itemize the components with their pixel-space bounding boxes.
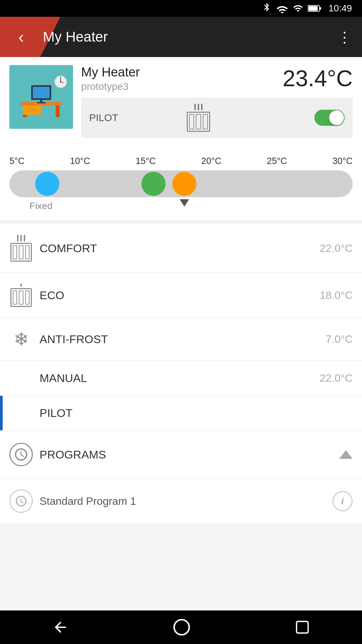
slider-dot-green[interactable] (141, 172, 166, 196)
svg-rect-11 (37, 102, 46, 103)
wifi-icon (276, 4, 288, 13)
device-header: My Heater prototype3 23.4°C PILOT (9, 65, 353, 138)
svg-rect-1 (319, 7, 321, 10)
anti-frost-label: ANTI-FROST (40, 333, 326, 346)
clock-icon (14, 447, 28, 462)
temp-label-30: 30°C (333, 156, 353, 166)
snowflake-icon: ❄ (14, 329, 29, 350)
slider-dot-orange[interactable] (172, 172, 196, 196)
bluetooth-icon (262, 2, 272, 14)
temp-label-5: 5°C (9, 156, 24, 166)
svg-rect-5 (56, 105, 60, 117)
back-button[interactable]: ‹ (9, 27, 33, 47)
active-indicator (0, 396, 3, 430)
battery-icon (308, 5, 321, 12)
fixed-label: Fixed (29, 201, 353, 211)
manual-label: MANUAL (40, 372, 320, 385)
standard-program-label: Standard Program 1 (40, 495, 333, 507)
svg-point-16 (174, 620, 189, 635)
device-image (9, 65, 73, 129)
status-icons: 10:49 (262, 2, 352, 14)
nav-recent-button[interactable] (295, 620, 310, 635)
pilot-toggle-row: PILOT (81, 98, 353, 138)
mode-item-comfort[interactable]: COMFORT 22.0°C (0, 224, 362, 273)
office-illustration (14, 70, 68, 124)
mode-item-eco[interactable]: ECO 18.0°C (0, 273, 362, 318)
nav-home-icon (173, 618, 191, 636)
eco-icon (9, 283, 33, 307)
clock-small-icon (15, 495, 27, 507)
divider (0, 221, 362, 221)
temp-label-20: 20°C (201, 156, 221, 166)
mode-item-pilot[interactable]: PILOT (0, 396, 362, 431)
mode-list: COMFORT 22.0°C ECO 18.0°C ❄ ANTI-FROST 7 (0, 224, 362, 431)
anti-frost-value: 7.0°C (326, 333, 353, 345)
eco-value: 18.0°C (320, 289, 353, 302)
page-title: My Heater (43, 29, 337, 45)
standard-program-item[interactable]: Standard Program 1 i (0, 479, 362, 524)
app-bar: ‹ My Heater ⋮ (0, 17, 362, 57)
pilot-label: PILOT (89, 112, 180, 123)
info-button[interactable]: i (333, 491, 353, 511)
eco-label: ECO (40, 289, 320, 302)
temp-slider-track[interactable] (9, 170, 353, 197)
manual-value: 22.0°C (320, 372, 353, 384)
slider-dot-blue[interactable] (35, 172, 59, 196)
nav-back-button[interactable] (52, 619, 69, 636)
temp-labels: 5°C 10°C 15°C 20°C 25°C 30°C (9, 156, 353, 166)
programs-section[interactable]: PROGRAMS (0, 431, 362, 479)
status-time: 10:49 (328, 3, 352, 14)
comfort-icon (9, 235, 33, 262)
std-program-icon (9, 489, 33, 513)
signal-icon (293, 3, 303, 13)
pilot-mode-label: PILOT (40, 407, 353, 420)
mode-item-anti-frost[interactable]: ❄ ANTI-FROST 7.0°C (0, 318, 362, 361)
device-temperature: 23.4°C (283, 65, 353, 91)
temp-slider-section: 5°C 10°C 15°C 20°C 25°C 30°C Fixed (0, 146, 362, 221)
anti-frost-icon: ❄ (9, 329, 33, 350)
mode-item-manual[interactable]: MANUAL 22.0°C (0, 361, 362, 396)
device-name: My Heater (81, 65, 140, 79)
comfort-label: COMFORT (40, 242, 320, 255)
more-options-button[interactable]: ⋮ (337, 29, 353, 46)
programs-chevron-up-icon (339, 450, 353, 459)
temp-label-25: 25°C (267, 156, 287, 166)
nav-home-button[interactable] (173, 618, 191, 636)
programs-clock-icon (9, 443, 33, 466)
heater-low-icon (10, 283, 32, 307)
comfort-value: 22.0°C (320, 242, 353, 255)
nav-recent-icon (295, 620, 310, 635)
svg-rect-17 (297, 622, 308, 633)
device-model: prototype3 (81, 81, 140, 92)
slider-position-arrow (180, 199, 189, 207)
nav-back-icon (52, 619, 69, 636)
svg-rect-9 (33, 87, 50, 98)
toggle-knob (329, 110, 344, 125)
svg-rect-7 (31, 109, 34, 110)
status-bar: 10:49 (0, 0, 362, 17)
pilot-toggle[interactable] (314, 110, 345, 126)
svg-rect-2 (308, 6, 318, 11)
heater-icon (187, 104, 210, 132)
svg-point-15 (60, 81, 61, 83)
temp-label-15: 15°C (135, 156, 156, 166)
programs-label: PROGRAMS (40, 448, 339, 461)
spacer (0, 524, 362, 557)
device-card: My Heater prototype3 23.4°C PILOT (0, 57, 362, 146)
temp-label-10: 10°C (70, 156, 90, 166)
bottom-nav (0, 610, 362, 644)
heater-high-icon (10, 235, 32, 262)
